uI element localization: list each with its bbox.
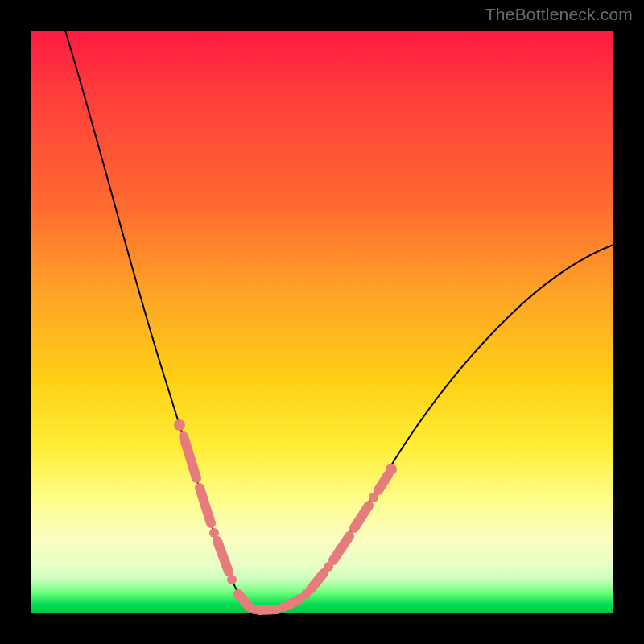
plot-area: [31, 31, 613, 613]
marker-seg-right-4: [378, 475, 388, 490]
marker-seg-left-2: [200, 488, 211, 523]
marker-dot-left-1: [174, 419, 185, 431]
bottleneck-curve-svg: [31, 31, 613, 613]
marker-seg-left-3: [217, 541, 229, 572]
marker-seg-bottom-2: [259, 609, 277, 610]
marker-dot-left-3: [227, 575, 237, 584]
marker-dot-right-4: [386, 464, 397, 475]
marker-seg-left-1: [184, 436, 196, 478]
bottleneck-curve: [65, 31, 613, 610]
marker-seg-right-2: [333, 536, 349, 560]
marker-seg-bottom-3: [288, 599, 299, 605]
chart-frame: TheBottleneck.com: [0, 0, 644, 644]
watermark-text: TheBottleneck.com: [485, 5, 633, 24]
marker-seg-right-1: [311, 573, 324, 589]
marker-seg-right-3: [354, 506, 369, 528]
marker-seg-bottom-1: [238, 594, 250, 607]
